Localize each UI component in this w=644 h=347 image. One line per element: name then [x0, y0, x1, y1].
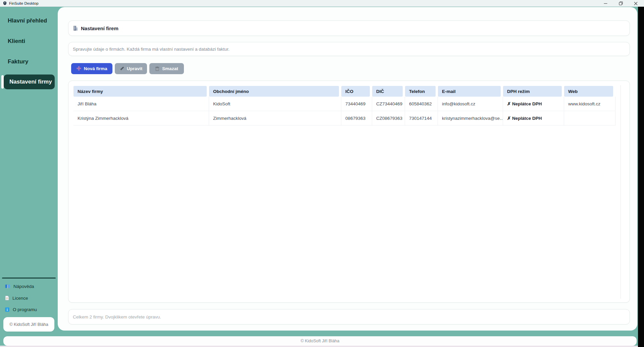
sidebar-item-faktury[interactable]: Faktury [0, 58, 58, 66]
table-cell: Zimmerhacklová [209, 111, 341, 125]
table-cell: 605840362 [405, 97, 438, 111]
table-cell: CZ73440469 [372, 97, 405, 111]
minimize-button[interactable] [598, 0, 613, 7]
column-header-5[interactable]: E-mail [438, 86, 501, 97]
table-body: Jiří BláhaKidoSoft73440469CZ734404696058… [73, 97, 615, 126]
edit-company-button[interactable]: Upravit [115, 63, 147, 74]
column-header-6[interactable]: DPH režim [503, 86, 562, 97]
table-cell: Kristýna Zimmerhacklová [73, 111, 209, 125]
sidebar-item-licence[interactable]: Licence [5, 294, 28, 302]
footer-copyright: © KidoSoft Jiří Bláha [301, 339, 340, 343]
edit-company-label: Upravit [127, 66, 143, 71]
table-cell [564, 111, 615, 125]
sidebar-item-klienti[interactable]: Klienti [0, 37, 58, 45]
column-header-7[interactable]: Web [564, 86, 613, 97]
companies-table-card: Název firmyObchodní jménoIČODIČTelefonE-… [68, 81, 630, 303]
building-icon [73, 26, 78, 31]
active-item-indicator [1, 75, 4, 89]
companies-table: Název firmyObchodní jménoIČODIČTelefonE-… [73, 86, 615, 126]
table-header-row: Název firmyObchodní jménoIČODIČTelefonE-… [73, 86, 615, 97]
table-cell: Jiří Bláha [73, 97, 209, 111]
close-icon[interactable] [628, 0, 643, 7]
pencil-icon [119, 66, 124, 71]
table-row[interactable]: Kristýna ZimmerhacklováZimmerhacklová086… [73, 111, 615, 126]
new-company-button[interactable]: ✚ Nová firma [71, 63, 112, 74]
table-cell: CZ08679363 [372, 111, 405, 125]
bottom-edge-strip [0, 346, 638, 347]
table-cell: KidoSoft [209, 97, 341, 111]
column-header-4[interactable]: Telefon [405, 86, 436, 97]
toolbar: ✚ Nová firma Upravit Smazat [71, 63, 184, 74]
table-right-border [621, 85, 621, 299]
titlebar: FinSuite Desktop [0, 0, 644, 7]
app-window: FinSuite Desktop Hlavní přehled Klienti … [0, 0, 644, 347]
new-company-label: Nová firma [84, 66, 107, 71]
book-icon [5, 284, 10, 289]
sidebar-item-label: Nápověda [13, 284, 34, 289]
table-cell: www.kidosoft.cz [564, 97, 615, 111]
sidebar-item-o-programu[interactable]: O programu [5, 305, 37, 314]
table-cell: ✗ Neplátce DPH [503, 111, 564, 125]
table-cell: kristynazimmerhacklova@se… [438, 111, 503, 125]
sidebar-item-label: O programu [13, 307, 37, 312]
sidebar-copyright: © KidoSoft Jiří Bláha [3, 317, 54, 332]
delete-company-button[interactable]: Smazat [149, 63, 184, 74]
table-cell: ✗ Neplátce DPH [503, 97, 564, 111]
page-header-card: Nastavení firem [68, 20, 630, 36]
window-title: FinSuite Desktop [9, 1, 39, 5]
info-icon [5, 307, 9, 312]
column-header-1[interactable]: Obchodní jméno [209, 86, 339, 97]
table-cell: 08679363 [341, 111, 372, 125]
page-subtitle: Spravujte údaje o firmách. Každá firma m… [73, 47, 230, 52]
sidebar-item-napoveda[interactable]: Nápověda [5, 282, 34, 291]
sidebar-divider [2, 278, 56, 279]
table-row[interactable]: Jiří BláhaKidoSoft73440469CZ734404696058… [73, 97, 615, 111]
status-bar-card: Celkem 2 firmy. Dvojklikem otevřete úpra… [68, 309, 630, 325]
app-icon [3, 1, 7, 5]
sidebar-item-nastaveni-firmy[interactable]: Nastavení firmy [4, 75, 55, 89]
table-cell: info@kidosoft.cz [438, 97, 503, 111]
page-subtitle-card: Spravujte údaje o firmách. Každá firma m… [68, 42, 630, 56]
table-cell: 73440469 [341, 97, 372, 111]
licence-icon [5, 296, 9, 300]
sidebar: Hlavní přehled Klienti Faktury Nastavení… [0, 7, 58, 347]
right-edge-strip [638, 7, 644, 347]
sidebar-item-label: Licence [12, 296, 28, 301]
status-text: Celkem 2 firmy. Dvojklikem otevřete úpra… [73, 314, 161, 319]
table-cell: 730147144 [405, 111, 438, 125]
sidebar-item-hlavni-prehled[interactable]: Hlavní přehled [0, 17, 58, 25]
column-header-3[interactable]: DIČ [372, 86, 403, 97]
column-header-0[interactable]: Název firmy [73, 86, 207, 97]
main-content: Nastavení firem Spravujte údaje o firmác… [58, 7, 637, 331]
app-body: Hlavní přehled Klienti Faktury Nastavení… [0, 7, 644, 347]
restore-button[interactable] [613, 0, 628, 7]
trash-icon [155, 66, 159, 71]
app-footer: © KidoSoft Jiří Bláha [3, 336, 637, 346]
delete-company-label: Smazat [162, 66, 178, 71]
sidebar-nav: Hlavní přehled Klienti Faktury Nastavení… [0, 7, 58, 89]
column-header-2[interactable]: IČO [341, 86, 370, 97]
page-title: Nastavení firem [81, 26, 118, 31]
plus-icon: ✚ [76, 66, 81, 71]
